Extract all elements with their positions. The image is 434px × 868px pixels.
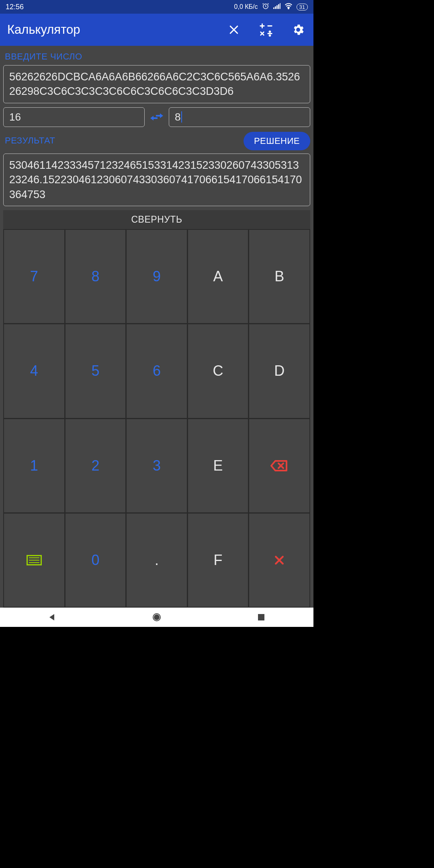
key-2[interactable]: 2 — [66, 419, 126, 512]
key-0[interactable]: 0 — [66, 514, 126, 607]
status-bar: 12:56 0,0 КБ/с 31 — [0, 0, 313, 14]
key-dot[interactable]: . — [127, 514, 187, 607]
content: ВВЕДИТЕ ЧИСЛО 56262626DCBCA6A6A6B66266A6… — [0, 46, 313, 608]
battery-icon: 31 — [297, 4, 308, 10]
key-7[interactable]: 7 — [4, 230, 64, 323]
nav-back-icon[interactable] — [46, 611, 58, 623]
key-3[interactable]: 3 — [127, 419, 187, 512]
key-4[interactable]: 4 — [4, 324, 64, 418]
key-c[interactable]: C — [188, 324, 248, 418]
close-icon[interactable] — [226, 22, 242, 38]
svg-rect-2 — [275, 6, 276, 9]
swap-icon[interactable] — [149, 112, 165, 122]
base-from-value: 16 — [9, 111, 21, 123]
keyboard-icon[interactable] — [4, 514, 64, 607]
alarm-icon — [262, 2, 269, 11]
number-input[interactable]: 56262626DCBCA6A6A6B66266A6C2C3C6C565A6A6… — [3, 65, 310, 103]
app-title: Калькулятор — [7, 23, 226, 37]
key-d[interactable]: D — [249, 324, 309, 418]
key-b[interactable]: B — [249, 230, 309, 323]
status-time: 12:56 — [6, 3, 24, 11]
nav-home-icon[interactable] — [151, 611, 163, 623]
base-from-input[interactable]: 16 — [3, 107, 145, 127]
result-label: РЕЗУЛЬТАТ — [5, 135, 238, 146]
wifi-icon — [285, 3, 293, 11]
collapse-button[interactable]: СВЕРНУТЬ — [3, 210, 310, 229]
key-9[interactable]: 9 — [127, 230, 187, 323]
key-5[interactable]: 5 — [66, 324, 126, 418]
svg-point-8 — [269, 35, 270, 36]
key-1[interactable]: 1 — [4, 419, 64, 512]
app-bar: Калькулятор — [0, 14, 313, 46]
svg-point-7 — [269, 31, 270, 32]
keypad: 7 8 9 A B 4 5 6 C D 1 2 3 E 0 . F — [3, 229, 310, 608]
svg-rect-11 — [258, 614, 264, 620]
svg-rect-3 — [276, 5, 278, 9]
key-e[interactable]: E — [188, 419, 248, 512]
gear-icon[interactable] — [290, 22, 306, 38]
status-right: 0,0 КБ/с 31 — [234, 2, 308, 11]
base-to-value: 8 — [175, 111, 180, 123]
solution-button[interactable]: РЕШЕНИЕ — [244, 132, 310, 150]
bases-row: 16 8 — [3, 107, 310, 127]
svg-rect-1 — [273, 8, 274, 9]
svg-point-10 — [154, 615, 159, 620]
input-label: ВВЕДИТЕ ЧИСЛО — [5, 51, 309, 62]
backspace-icon[interactable] — [249, 419, 309, 512]
signal-icon — [273, 3, 280, 11]
operators-icon[interactable] — [258, 22, 274, 38]
clear-icon[interactable] — [249, 514, 309, 607]
nav-bar — [0, 608, 313, 627]
svg-point-6 — [288, 8, 289, 9]
result-output: 5304611423334571232465153314231523302607… — [3, 154, 310, 206]
svg-rect-4 — [278, 4, 279, 9]
base-to-input[interactable]: 8 — [169, 107, 310, 127]
key-f[interactable]: F — [188, 514, 248, 607]
svg-rect-5 — [280, 3, 280, 9]
status-net: 0,0 КБ/с — [234, 3, 258, 10]
key-a[interactable]: A — [188, 230, 248, 323]
nav-recent-icon[interactable] — [255, 611, 267, 623]
key-6[interactable]: 6 — [127, 324, 187, 418]
key-8[interactable]: 8 — [66, 230, 126, 323]
